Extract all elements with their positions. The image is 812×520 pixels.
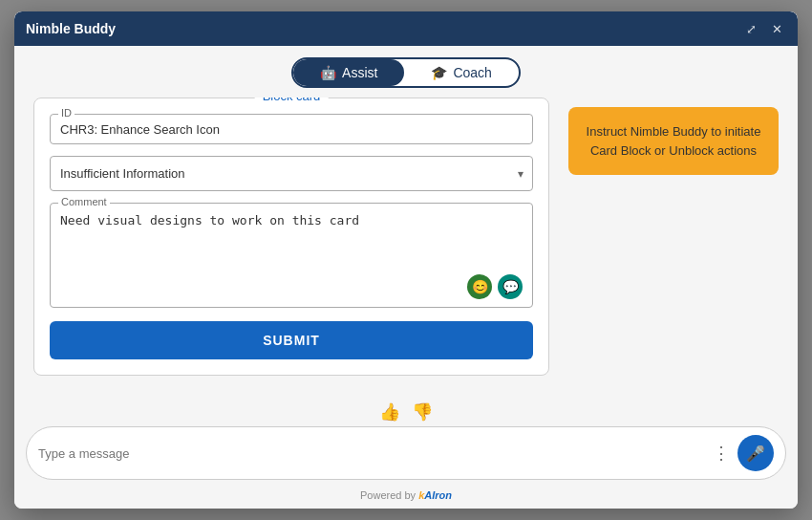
modal-footer: Powered by kAIron [14, 486, 798, 509]
main-content: Block card ID Insufficient Information B… [14, 98, 798, 394]
titlebar-buttons: ⤢ ✕ [742, 20, 786, 38]
tab-assist-label: Assist [342, 65, 377, 80]
message-bar: ⋮ 🎤 [26, 426, 786, 480]
mic-button[interactable]: 🎤 [737, 435, 774, 471]
tab-bar: 🤖 Assist 🎓 Coach [14, 46, 798, 98]
mic-icon: 🎤 [746, 444, 765, 463]
coach-icon: 🎓 [431, 65, 447, 80]
left-panel: Block card ID Insufficient Information B… [33, 98, 549, 384]
more-options-button[interactable]: ⋮ [713, 443, 730, 464]
comment-label: Comment [58, 196, 110, 207]
tab-group: 🤖 Assist 🎓 Coach [291, 57, 521, 88]
thumbs-down-button[interactable]: 👎 [412, 401, 433, 422]
modal-overlay: Nimble Buddy ⤢ ✕ 🤖 Assist 🎓 Coach [0, 0, 812, 520]
submit-button[interactable]: SUBMIT [50, 321, 533, 359]
id-label: ID [58, 107, 75, 119]
info-box: Instruct Nimble Buddy to initiate Card B… [568, 107, 779, 175]
tab-coach[interactable]: 🎓 Coach [404, 59, 518, 86]
status-dropdown[interactable]: Insufficient Information Blocked On Hold… [50, 156, 533, 191]
id-field-wrapper: ID [50, 114, 533, 144]
assist-icon: 🤖 [320, 65, 336, 80]
feedback-row: 👍 👎 [14, 394, 798, 426]
nimble-buddy-modal: Nimble Buddy ⤢ ✕ 🤖 Assist 🎓 Coach [14, 11, 798, 509]
tab-assist[interactable]: 🤖 Assist [293, 59, 404, 86]
minimize-button[interactable]: ⤢ [742, 20, 760, 38]
block-card-container: Block card ID Insufficient Information B… [33, 98, 549, 376]
brand-text: kAIron [418, 489, 452, 501]
powered-by-text: Powered by [360, 489, 416, 501]
tab-coach-label: Coach [453, 65, 491, 80]
dropdown-wrapper: Insufficient Information Blocked On Hold… [50, 156, 533, 191]
brand-rest: AIron [424, 489, 452, 501]
comment-input[interactable]: Need visual designs to work on this card [60, 211, 523, 269]
modal-body: 🤖 Assist 🎓 Coach Block card [14, 46, 798, 509]
chat-button[interactable]: 💬 [498, 274, 523, 299]
block-card-label: Block card [255, 98, 329, 103]
modal-titlebar: Nimble Buddy ⤢ ✕ [14, 11, 798, 46]
modal-title: Nimble Buddy [26, 21, 116, 36]
emoji-button[interactable]: 😊 [467, 274, 492, 299]
comment-icons: 😊 💬 [467, 274, 523, 299]
id-input[interactable] [60, 122, 523, 137]
thumbs-up-button[interactable]: 👍 [379, 401, 400, 422]
comment-wrapper: Comment Need visual designs to work on t… [50, 203, 533, 308]
message-input[interactable] [38, 446, 705, 461]
close-button[interactable]: ✕ [768, 20, 786, 38]
right-panel: Instruct Nimble Buddy to initiate Card B… [568, 98, 779, 384]
